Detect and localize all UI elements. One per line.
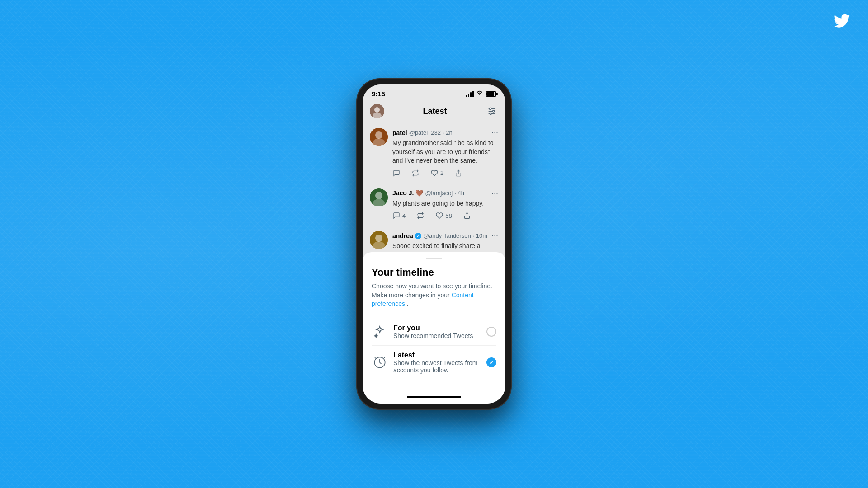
reply-icon xyxy=(392,169,401,177)
tweet-avatar-patel[interactable] xyxy=(370,128,388,146)
header-title: Latest xyxy=(423,107,447,116)
svg-point-1 xyxy=(374,107,380,113)
option-latest[interactable]: Latest Show the newest Tweets from accou… xyxy=(372,345,496,379)
tweet-text-patel: My grandmother said " be as kind to your… xyxy=(392,139,498,165)
tweet-user-info-patel: patel @patel_232 · 2h xyxy=(392,129,453,136)
tweet-share-jaco[interactable] xyxy=(463,211,471,220)
share-icon xyxy=(454,169,462,177)
tweet-user-info-andrea: andrea ✓ @andy_landerson · 10m xyxy=(392,232,487,239)
tweet-header-jaco: Jaco J. 🤎 @iamjacoj · 4h ··· xyxy=(392,188,498,198)
sheet-drag-handle xyxy=(426,258,442,259)
tweet-jaco: Jaco J. 🤎 @iamjacoj · 4h ··· My plants a… xyxy=(363,183,505,226)
sparkle-icon xyxy=(372,324,388,340)
tweet-handle-patel: @patel_232 xyxy=(409,129,441,136)
svg-point-14 xyxy=(375,192,382,199)
phone-screen: 9:15 Latest xyxy=(363,84,505,404)
tweet-body-jaco: Jaco J. 🤎 @iamjacoj · 4h ··· My plants a… xyxy=(392,188,498,220)
option-subtitle-for-you: Show recommended Tweets xyxy=(393,332,481,339)
radio-for-you[interactable] xyxy=(486,327,496,337)
like-icon-jaco xyxy=(435,211,443,220)
tweet-name-patel: patel xyxy=(392,129,407,136)
svg-point-18 xyxy=(375,235,382,242)
bottom-sheet: Your timeline Choose how you want to see… xyxy=(363,252,505,390)
tweet-retweet-patel[interactable] xyxy=(411,169,420,177)
tweet-more-patel[interactable]: ··· xyxy=(491,128,498,137)
tweet-handle-andrea: @andy_landerson xyxy=(423,232,471,239)
tweet-header-patel: patel @patel_232 · 2h ··· xyxy=(392,128,498,137)
sheet-description: Choose how you want to see your timeline… xyxy=(372,282,496,309)
signal-icon xyxy=(466,91,474,97)
status-time: 9:15 xyxy=(372,90,385,98)
sheet-description-end: . xyxy=(407,300,409,307)
sheet-title: Your timeline xyxy=(372,267,496,278)
status-icons xyxy=(466,90,496,98)
option-subtitle-latest: Show the newest Tweets from accounts you… xyxy=(393,359,481,374)
home-indicator xyxy=(363,390,505,404)
tweet-header-andrea: andrea ✓ @andy_landerson · 10m ··· xyxy=(392,231,498,240)
twitter-logo-icon xyxy=(834,13,850,29)
option-title-latest: Latest xyxy=(393,351,481,359)
tweet-retweet-jaco[interactable] xyxy=(416,211,425,220)
radio-latest[interactable]: ✓ xyxy=(486,357,496,367)
retweet-icon xyxy=(411,169,420,177)
like-count-patel: 2 xyxy=(440,169,443,176)
like-icon xyxy=(430,169,439,177)
tweet-more-andrea[interactable]: ··· xyxy=(491,231,498,240)
option-text-latest: Latest Show the newest Tweets from accou… xyxy=(393,351,481,374)
tweet-time-patel: · 2h xyxy=(443,129,453,136)
tweet-share-patel[interactable] xyxy=(454,169,462,177)
option-for-you[interactable]: For you Show recommended Tweets xyxy=(372,318,496,345)
radio-check-latest: ✓ xyxy=(489,359,494,366)
svg-point-7 xyxy=(493,110,495,112)
reply-count-jaco: 4 xyxy=(402,212,406,219)
phone-frame: 9:15 Latest xyxy=(357,79,511,409)
timeline-content: patel @patel_232 · 2h ··· My grandmother… xyxy=(363,122,505,252)
tweet-patel: patel @patel_232 · 2h ··· My grandmother… xyxy=(363,122,505,183)
tweet-body-andrea: andrea ✓ @andy_landerson · 10m ··· Soooo… xyxy=(392,231,498,252)
option-title-for-you: For you xyxy=(393,324,481,332)
option-text-for-you: For you Show recommended Tweets xyxy=(393,324,481,339)
tweet-handle-jaco: @iamjacoj xyxy=(425,190,453,197)
tweet-time-andrea: · 10m xyxy=(473,232,488,239)
tweet-time-jaco: · 4h xyxy=(454,190,464,197)
wifi-icon xyxy=(476,90,483,98)
app-header: Latest xyxy=(363,100,505,122)
tweet-name-jaco: Jaco J. 🤎 xyxy=(392,189,423,197)
tweet-more-jaco[interactable]: ··· xyxy=(491,188,498,198)
share-icon-jaco xyxy=(463,211,471,220)
tweet-like-jaco[interactable]: 58 xyxy=(435,211,452,220)
tweet-andrea: andrea ✓ @andy_landerson · 10m ··· Soooo… xyxy=(363,225,505,252)
tweet-name-andrea: andrea xyxy=(392,232,413,239)
svg-point-6 xyxy=(489,108,491,110)
tweet-like-patel[interactable]: 2 xyxy=(430,169,443,177)
tweet-text-jaco: My plants are going to be happy. xyxy=(392,199,498,208)
tweet-text-andrea: Soooo excited to finally share a sneak p… xyxy=(392,242,498,252)
header-avatar[interactable] xyxy=(370,104,384,118)
status-bar: 9:15 xyxy=(363,84,505,100)
tweet-body-patel: patel @patel_232 · 2h ··· My grandmother… xyxy=(392,128,498,177)
tweet-reply-jaco[interactable]: 4 xyxy=(392,211,406,220)
like-count-jaco: 58 xyxy=(445,212,452,219)
battery-icon xyxy=(486,91,496,97)
tweet-avatar-jaco[interactable] xyxy=(370,188,388,206)
clock-icon xyxy=(372,354,388,371)
reply-icon-jaco xyxy=(392,211,401,220)
home-bar xyxy=(407,396,461,398)
tweet-reply-patel[interactable] xyxy=(392,169,401,177)
svg-point-10 xyxy=(375,131,382,139)
filter-icon[interactable] xyxy=(486,105,498,117)
sheet-description-text: Choose how you want to see your timeline… xyxy=(372,282,492,299)
tweet-actions-jaco: 4 58 xyxy=(392,211,498,220)
verified-badge-andrea: ✓ xyxy=(415,233,421,239)
retweet-icon-jaco xyxy=(416,211,425,220)
svg-point-8 xyxy=(490,113,491,115)
tweet-user-info-jaco: Jaco J. 🤎 @iamjacoj · 4h xyxy=(392,189,464,197)
tweet-actions-patel: 2 xyxy=(392,169,498,177)
tweet-avatar-andrea[interactable] xyxy=(370,231,388,249)
